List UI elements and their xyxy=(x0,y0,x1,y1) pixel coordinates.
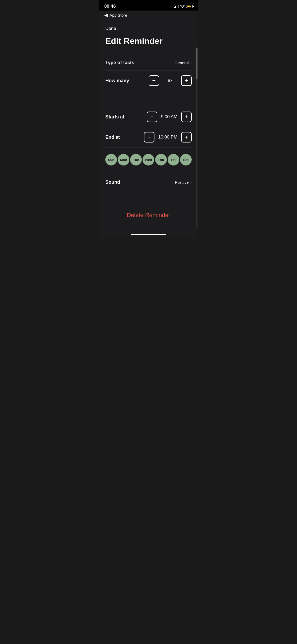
back-button[interactable]: ◀ App Store xyxy=(104,12,127,18)
starts-at-row: Starts at − 9:00 AM + xyxy=(105,107,192,127)
type-of-facts-row[interactable]: Type of facts General › xyxy=(105,55,192,71)
day-button-sun[interactable]: Sun xyxy=(105,154,117,165)
starts-at-decrement-button[interactable]: − xyxy=(147,112,157,122)
day-button-mon[interactable]: Mon xyxy=(118,154,129,165)
home-bar xyxy=(131,234,166,235)
type-of-facts-value-group: General › xyxy=(175,61,192,65)
sound-chevron-icon: › xyxy=(190,180,192,185)
back-chevron-icon: ◀ xyxy=(104,12,108,18)
how-many-decrement-button[interactable]: − xyxy=(149,75,159,86)
type-of-facts-label: Type of facts xyxy=(105,60,134,66)
sound-value: Positive xyxy=(175,180,189,185)
starts-at-value: 9:00 AM xyxy=(161,114,177,119)
day-button-tue[interactable]: Tue xyxy=(130,154,142,165)
status-icons xyxy=(174,4,193,8)
end-at-row: End at − 10:00 PM + xyxy=(105,127,192,148)
how-many-row: How many − 8x + xyxy=(105,71,192,91)
how-many-increment-button[interactable]: + xyxy=(181,75,192,86)
end-at-increment-button[interactable]: + xyxy=(181,132,192,142)
wifi-icon xyxy=(180,4,185,8)
day-button-thu[interactable]: Thu xyxy=(155,154,167,165)
signal-icon xyxy=(174,5,179,8)
starts-at-stepper: − 9:00 AM + xyxy=(147,112,192,122)
day-button-sat[interactable]: Sat xyxy=(180,154,192,165)
delete-section: Delete Reminder xyxy=(105,201,192,227)
day-button-wed[interactable]: Wed xyxy=(143,154,154,165)
starts-at-increment-button[interactable]: + xyxy=(181,112,192,122)
sound-value-group: Positive › xyxy=(175,180,192,185)
end-at-value: 10:00 PM xyxy=(158,135,177,140)
scroll-indicator xyxy=(196,48,197,227)
how-many-stepper: − 8x + xyxy=(149,75,192,86)
battery-icon xyxy=(186,5,193,8)
status-bar: 09:46 xyxy=(99,0,198,11)
status-time: 09:46 xyxy=(104,4,116,9)
end-at-label: End at xyxy=(105,135,120,140)
home-indicator xyxy=(99,232,198,238)
end-at-decrement-button[interactable]: − xyxy=(144,132,154,142)
sound-row[interactable]: Sound Positive › xyxy=(105,174,192,190)
back-label: App Store xyxy=(110,13,127,17)
starts-at-label: Starts at xyxy=(105,114,124,120)
page-title: Edit Reminder xyxy=(105,36,192,46)
how-many-label: How many xyxy=(105,78,129,84)
day-button-fri[interactable]: Fri xyxy=(168,154,179,165)
done-button[interactable]: Done xyxy=(105,26,116,31)
how-many-value: 8x xyxy=(163,78,177,83)
end-at-stepper: − 10:00 PM + xyxy=(144,132,192,142)
type-of-facts-value: General xyxy=(175,61,188,65)
main-content: Done Edit Reminder Type of facts General… xyxy=(99,21,198,232)
sound-label: Sound xyxy=(105,180,120,185)
type-of-facts-chevron-icon: › xyxy=(190,61,192,65)
nav-bar: ◀ App Store xyxy=(99,11,198,21)
delete-reminder-button[interactable]: Delete Reminder xyxy=(127,212,170,219)
scroll-thumb xyxy=(196,48,197,79)
day-selector: SunMonTueWedThuFriSat xyxy=(105,148,192,172)
